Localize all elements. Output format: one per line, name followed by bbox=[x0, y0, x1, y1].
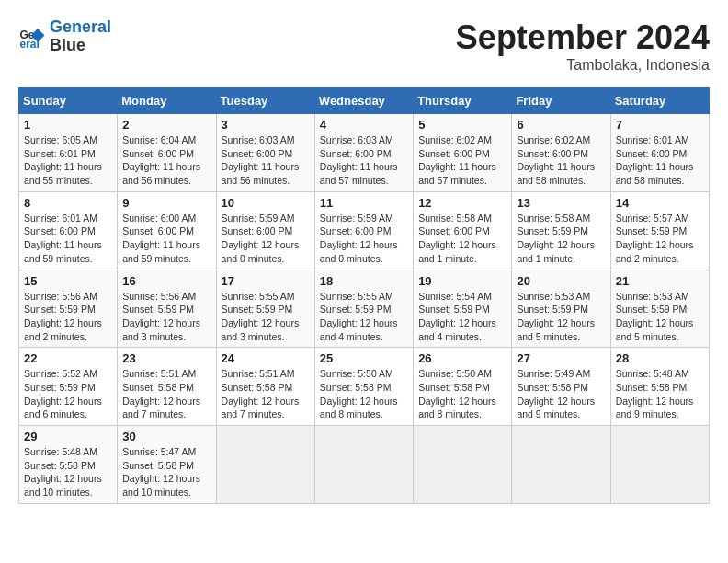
weekday-header-row: SundayMondayTuesdayWednesdayThursdayFrid… bbox=[19, 88, 710, 114]
calendar-cell bbox=[414, 426, 512, 504]
calendar-cell bbox=[512, 426, 610, 504]
day-number: 20 bbox=[517, 274, 605, 288]
day-info: Sunrise: 6:05 AM Sunset: 6:01 PM Dayligh… bbox=[24, 133, 112, 188]
day-info: Sunrise: 5:54 AM Sunset: 5:59 PM Dayligh… bbox=[418, 290, 506, 344]
calendar-week-5: 29Sunrise: 5:48 AM Sunset: 5:58 PM Dayli… bbox=[19, 426, 710, 504]
day-number: 28 bbox=[616, 351, 704, 365]
calendar-cell: 7Sunrise: 6:01 AM Sunset: 6:00 PM Daylig… bbox=[610, 114, 709, 192]
day-number: 27 bbox=[517, 351, 605, 365]
calendar-cell: 1Sunrise: 6:05 AM Sunset: 6:01 PM Daylig… bbox=[19, 114, 118, 192]
weekday-header-thursday: Thursday bbox=[414, 88, 512, 114]
calendar-week-4: 22Sunrise: 5:52 AM Sunset: 5:59 PM Dayli… bbox=[19, 348, 710, 426]
calendar-cell: 27Sunrise: 5:49 AM Sunset: 5:58 PM Dayli… bbox=[512, 348, 610, 426]
calendar-cell: 3Sunrise: 6:03 AM Sunset: 6:00 PM Daylig… bbox=[216, 114, 314, 192]
day-number: 9 bbox=[122, 196, 210, 210]
weekday-header-tuesday: Tuesday bbox=[216, 88, 314, 114]
day-info: Sunrise: 5:51 AM Sunset: 5:58 PM Dayligh… bbox=[222, 367, 310, 421]
calendar-cell: 4Sunrise: 6:03 AM Sunset: 6:00 PM Daylig… bbox=[314, 114, 413, 192]
calendar-cell: 24Sunrise: 5:51 AM Sunset: 5:58 PM Dayli… bbox=[216, 348, 314, 426]
day-info: Sunrise: 5:58 AM Sunset: 6:00 PM Dayligh… bbox=[418, 212, 506, 266]
day-info: Sunrise: 6:02 AM Sunset: 6:00 PM Dayligh… bbox=[418, 133, 506, 188]
day-number: 18 bbox=[320, 274, 408, 288]
calendar-cell bbox=[610, 426, 709, 504]
calendar-cell bbox=[216, 426, 314, 504]
day-info: Sunrise: 5:47 AM Sunset: 5:58 PM Dayligh… bbox=[122, 445, 210, 500]
day-number: 2 bbox=[122, 118, 210, 132]
day-number: 14 bbox=[616, 196, 704, 210]
day-info: Sunrise: 6:01 AM Sunset: 6:00 PM Dayligh… bbox=[24, 212, 112, 266]
day-number: 22 bbox=[24, 351, 112, 365]
day-number: 15 bbox=[24, 274, 112, 288]
calendar-cell: 2Sunrise: 6:04 AM Sunset: 6:00 PM Daylig… bbox=[118, 114, 216, 192]
day-info: Sunrise: 6:04 AM Sunset: 6:00 PM Dayligh… bbox=[122, 133, 210, 188]
calendar-cell: 8Sunrise: 6:01 AM Sunset: 6:00 PM Daylig… bbox=[19, 191, 118, 270]
day-info: Sunrise: 5:53 AM Sunset: 5:59 PM Dayligh… bbox=[616, 290, 704, 344]
weekday-header-sunday: Sunday bbox=[19, 88, 118, 114]
calendar-cell: 17Sunrise: 5:55 AM Sunset: 5:59 PM Dayli… bbox=[216, 270, 314, 348]
day-info: Sunrise: 6:02 AM Sunset: 6:00 PM Dayligh… bbox=[517, 133, 605, 188]
day-number: 30 bbox=[122, 430, 210, 443]
title-block: September 2024 Tambolaka, Indonesia bbox=[456, 18, 710, 74]
day-number: 29 bbox=[24, 430, 112, 443]
calendar-cell: 11Sunrise: 5:59 AM Sunset: 6:00 PM Dayli… bbox=[314, 191, 413, 270]
calendar-cell: 30Sunrise: 5:47 AM Sunset: 5:58 PM Dayli… bbox=[118, 426, 216, 504]
logo-name: GeneralBlue bbox=[50, 18, 111, 55]
calendar-cell: 23Sunrise: 5:51 AM Sunset: 5:58 PM Dayli… bbox=[118, 348, 216, 426]
day-number: 25 bbox=[320, 351, 408, 365]
calendar-week-3: 15Sunrise: 5:56 AM Sunset: 5:59 PM Dayli… bbox=[19, 270, 710, 348]
day-number: 7 bbox=[616, 118, 704, 132]
day-info: Sunrise: 5:58 AM Sunset: 5:59 PM Dayligh… bbox=[517, 212, 605, 266]
calendar-cell: 18Sunrise: 5:55 AM Sunset: 5:59 PM Dayli… bbox=[314, 270, 413, 348]
day-info: Sunrise: 5:55 AM Sunset: 5:59 PM Dayligh… bbox=[222, 290, 310, 344]
weekday-header-wednesday: Wednesday bbox=[314, 88, 413, 114]
day-info: Sunrise: 5:50 AM Sunset: 5:58 PM Dayligh… bbox=[418, 367, 506, 421]
day-info: Sunrise: 6:01 AM Sunset: 6:00 PM Dayligh… bbox=[616, 133, 704, 188]
day-info: Sunrise: 5:52 AM Sunset: 5:59 PM Dayligh… bbox=[24, 367, 112, 421]
calendar-cell: 28Sunrise: 5:48 AM Sunset: 5:58 PM Dayli… bbox=[610, 348, 709, 426]
calendar-cell: 26Sunrise: 5:50 AM Sunset: 5:58 PM Dayli… bbox=[414, 348, 512, 426]
calendar-cell: 16Sunrise: 5:56 AM Sunset: 5:59 PM Dayli… bbox=[118, 270, 216, 348]
day-number: 26 bbox=[418, 351, 506, 365]
day-number: 4 bbox=[320, 118, 408, 132]
day-number: 13 bbox=[517, 196, 605, 210]
calendar-cell: 25Sunrise: 5:50 AM Sunset: 5:58 PM Dayli… bbox=[314, 348, 413, 426]
day-number: 23 bbox=[122, 351, 210, 365]
day-info: Sunrise: 5:59 AM Sunset: 6:00 PM Dayligh… bbox=[320, 212, 408, 266]
calendar-cell: 10Sunrise: 5:59 AM Sunset: 6:00 PM Dayli… bbox=[216, 191, 314, 270]
weekday-header-friday: Friday bbox=[512, 88, 610, 114]
day-info: Sunrise: 6:03 AM Sunset: 6:00 PM Dayligh… bbox=[320, 133, 408, 188]
calendar-cell: 21Sunrise: 5:53 AM Sunset: 5:59 PM Dayli… bbox=[610, 270, 709, 348]
day-number: 16 bbox=[122, 274, 210, 288]
day-info: Sunrise: 5:49 AM Sunset: 5:58 PM Dayligh… bbox=[517, 367, 605, 421]
weekday-header-saturday: Saturday bbox=[610, 88, 709, 114]
calendar-cell: 5Sunrise: 6:02 AM Sunset: 6:00 PM Daylig… bbox=[414, 114, 512, 192]
calendar-table: SundayMondayTuesdayWednesdayThursdayFrid… bbox=[18, 87, 710, 504]
day-number: 17 bbox=[222, 274, 310, 288]
day-info: Sunrise: 6:00 AM Sunset: 6:00 PM Dayligh… bbox=[122, 212, 210, 266]
day-number: 24 bbox=[222, 351, 310, 365]
day-number: 11 bbox=[320, 196, 408, 210]
day-number: 3 bbox=[222, 118, 310, 132]
day-info: Sunrise: 5:48 AM Sunset: 5:58 PM Dayligh… bbox=[616, 367, 704, 421]
calendar-cell: 14Sunrise: 5:57 AM Sunset: 5:59 PM Dayli… bbox=[610, 191, 709, 270]
calendar-cell: 13Sunrise: 5:58 AM Sunset: 5:59 PM Dayli… bbox=[512, 191, 610, 270]
day-number: 12 bbox=[418, 196, 506, 210]
calendar-week-2: 8Sunrise: 6:01 AM Sunset: 6:00 PM Daylig… bbox=[19, 191, 710, 270]
day-info: Sunrise: 5:56 AM Sunset: 5:59 PM Dayligh… bbox=[24, 290, 112, 344]
day-info: Sunrise: 5:48 AM Sunset: 5:58 PM Dayligh… bbox=[24, 445, 112, 500]
day-number: 10 bbox=[222, 196, 310, 210]
day-info: Sunrise: 5:59 AM Sunset: 6:00 PM Dayligh… bbox=[222, 212, 310, 266]
day-info: Sunrise: 5:55 AM Sunset: 5:59 PM Dayligh… bbox=[320, 290, 408, 344]
calendar-cell: 19Sunrise: 5:54 AM Sunset: 5:59 PM Dayli… bbox=[414, 270, 512, 348]
day-info: Sunrise: 5:53 AM Sunset: 5:59 PM Dayligh… bbox=[517, 290, 605, 344]
weekday-header-monday: Monday bbox=[118, 88, 216, 114]
calendar-cell: 22Sunrise: 5:52 AM Sunset: 5:59 PM Dayli… bbox=[19, 348, 118, 426]
calendar-cell: 6Sunrise: 6:02 AM Sunset: 6:00 PM Daylig… bbox=[512, 114, 610, 192]
logo: Gen eral GeneralBlue bbox=[18, 18, 111, 55]
calendar-cell: 29Sunrise: 5:48 AM Sunset: 5:58 PM Dayli… bbox=[19, 426, 118, 504]
day-info: Sunrise: 5:50 AM Sunset: 5:58 PM Dayligh… bbox=[320, 367, 408, 421]
calendar-cell: 15Sunrise: 5:56 AM Sunset: 5:59 PM Dayli… bbox=[19, 270, 118, 348]
location: Tambolaka, Indonesia bbox=[456, 57, 710, 74]
day-info: Sunrise: 5:56 AM Sunset: 5:59 PM Dayligh… bbox=[122, 290, 210, 344]
day-info: Sunrise: 5:57 AM Sunset: 5:59 PM Dayligh… bbox=[616, 212, 704, 266]
